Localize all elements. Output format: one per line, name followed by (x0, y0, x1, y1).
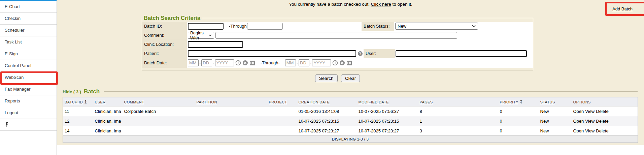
column-header-creation-date[interactable]: CREATION DATE (297, 97, 357, 106)
cell-user: Clinician, Ima (93, 116, 123, 126)
table-row: 14 Clinician, Ima 10-07-2025 07:23:27 10… (63, 126, 638, 136)
view-batch-link[interactable]: View (585, 128, 595, 133)
date-separator: - (213, 60, 214, 65)
batch-status-select[interactable]: New (395, 23, 478, 30)
column-header-partition[interactable]: PARTITION (195, 97, 267, 106)
sidebar-item-webscan[interactable]: WebScan (0, 72, 57, 84)
calendar-icon[interactable] (249, 60, 255, 66)
sidebar: E-Chart Checkin Scheduler Task List E-Si… (0, 0, 57, 155)
user-label: User: (364, 49, 395, 58)
legend-rule (104, 91, 638, 92)
cell-priority: 0 (498, 116, 539, 126)
clinic-location-label: Clinic Location: (142, 40, 187, 49)
column-header-user[interactable]: USER (93, 97, 123, 106)
sidebar-item-checkin[interactable]: Checkin (0, 13, 57, 25)
sidebar-item-reports[interactable]: Reports (0, 95, 57, 107)
batch-id-from-input[interactable] (188, 23, 224, 30)
sidebar-item-scheduler[interactable]: Scheduler (0, 25, 57, 36)
sidebar-item-task-list[interactable]: Task List (0, 36, 57, 48)
batch-id-to-input[interactable] (247, 23, 283, 30)
form-row-comment: Comment: Begins With (142, 31, 533, 40)
cell-priority: 0 (498, 106, 539, 116)
cell-partition (195, 126, 267, 136)
pushpin-icon (5, 122, 9, 127)
click-here-link[interactable]: Click here (371, 2, 391, 7)
batch-date-from-mm-input[interactable] (188, 59, 199, 66)
form-row-clinic-location: Clinic Location: (142, 40, 533, 49)
cell-batch-id: 12 (63, 116, 93, 126)
calendar-icon[interactable] (346, 60, 352, 66)
column-header-comment[interactable]: COMMENT (123, 97, 195, 106)
batch-date-from-dd-input[interactable] (201, 59, 212, 66)
cell-partition (195, 116, 267, 126)
cell-project (267, 116, 297, 126)
form-row-patient-user: Patient: ? User: (142, 49, 533, 58)
patient-input[interactable] (188, 50, 356, 57)
cell-comment (123, 116, 195, 126)
sidebar-item-e-chart[interactable]: E-Chart (0, 1, 57, 13)
open-batch-link[interactable]: Open (573, 109, 584, 114)
checked-out-notice: You currently have a batch checked out. … (57, 2, 644, 7)
cell-user: Clinician, Ima (93, 106, 123, 116)
column-header-options: OPTIONS (572, 97, 638, 106)
comment-input[interactable] (215, 32, 457, 39)
cell-creation-date: 01-05-2016 13:41:08 (297, 106, 357, 116)
column-header-pages[interactable]: PAGES (418, 97, 498, 106)
delete-batch-link[interactable]: Delete (596, 109, 609, 114)
cell-options: OpenViewDelete (572, 116, 638, 126)
form-legend: Batch Search Criteria (142, 15, 202, 21)
cell-creation-date: 10-07-2025 07:23:15 (297, 116, 357, 126)
column-header-priority[interactable]: PRIORITY↧ (498, 97, 539, 106)
clear-date-icon[interactable] (242, 60, 248, 66)
cell-batch-id: 11 (63, 106, 93, 116)
sort-descending-icon: ↧ (519, 99, 523, 104)
form-row-batch-id: Batch ID: -Through- Batch Status: New (142, 22, 533, 31)
batch-status-label: Batch Status: (362, 22, 394, 31)
hide-results-link[interactable]: Hide ( 3 ) (63, 89, 81, 94)
sidebar-item-logout[interactable]: Logout (0, 107, 57, 119)
time-picker-icon[interactable] (235, 60, 241, 66)
cell-partition (195, 106, 267, 116)
batch-id-label: Batch ID: (142, 22, 187, 31)
batch-date-from-yyyy-input[interactable] (215, 59, 234, 66)
search-button[interactable]: Search (315, 74, 338, 82)
cell-modified-date: 10-07-2025 07:23:15 (357, 116, 418, 126)
column-header-project[interactable]: PROJECT (267, 97, 297, 106)
cell-pages: 8 (418, 106, 498, 116)
table-footer-row: DISPLAYING 1-3 / 3 (63, 136, 638, 143)
open-batch-link[interactable]: Open (573, 119, 584, 124)
sidebar-item-control-panel[interactable]: Control Panel (0, 60, 57, 72)
clear-button[interactable]: Clear (341, 74, 360, 82)
batch-date-to-yyyy-input[interactable] (312, 59, 331, 66)
sidebar-item-e-sign[interactable]: E-Sign (0, 48, 57, 60)
column-header-modified-date[interactable]: MODIFIED DATE (357, 97, 418, 106)
sort-ascending-icon: ↥ (84, 99, 88, 104)
chevron-down-icon (209, 34, 212, 36)
cell-options: OpenViewDelete (572, 106, 638, 116)
column-header-status[interactable]: STATUS (539, 97, 572, 106)
comment-match-select[interactable]: Begins With (188, 32, 214, 39)
clear-date-icon[interactable] (339, 60, 345, 66)
batch-date-to-dd-input[interactable] (299, 59, 309, 66)
notice-text-after: to open it. (392, 2, 412, 7)
cell-comment (123, 126, 195, 136)
user-input[interactable] (396, 50, 527, 57)
sidebar-item-fax-manager[interactable]: Fax Manager (0, 84, 57, 95)
date-separator: - (297, 60, 298, 65)
view-batch-link[interactable]: View (585, 109, 595, 114)
column-header-batch-id[interactable]: BATCH ID↥ (63, 97, 93, 106)
comment-match-selected-value: Begins With (190, 30, 206, 40)
sidebar-pin-toggle[interactable] (0, 119, 57, 131)
delete-batch-link[interactable]: Delete (596, 128, 609, 133)
view-batch-link[interactable]: View (585, 119, 595, 124)
delete-batch-link[interactable]: Delete (596, 119, 609, 124)
batch-date-to-mm-input[interactable] (285, 59, 296, 66)
cell-creation-date: 10-07-2025 07:23:27 (297, 126, 357, 136)
displaying-count: DISPLAYING 1-3 / 3 (63, 136, 638, 143)
clinic-location-input[interactable] (188, 41, 243, 48)
time-picker-icon[interactable] (332, 60, 338, 66)
patient-help-icon[interactable]: ? (358, 51, 363, 56)
cell-modified-date: 10-07-2025 07:23:27 (357, 126, 418, 136)
open-batch-link[interactable]: Open (573, 128, 584, 133)
add-batch-link[interactable]: Add Batch (612, 6, 633, 11)
